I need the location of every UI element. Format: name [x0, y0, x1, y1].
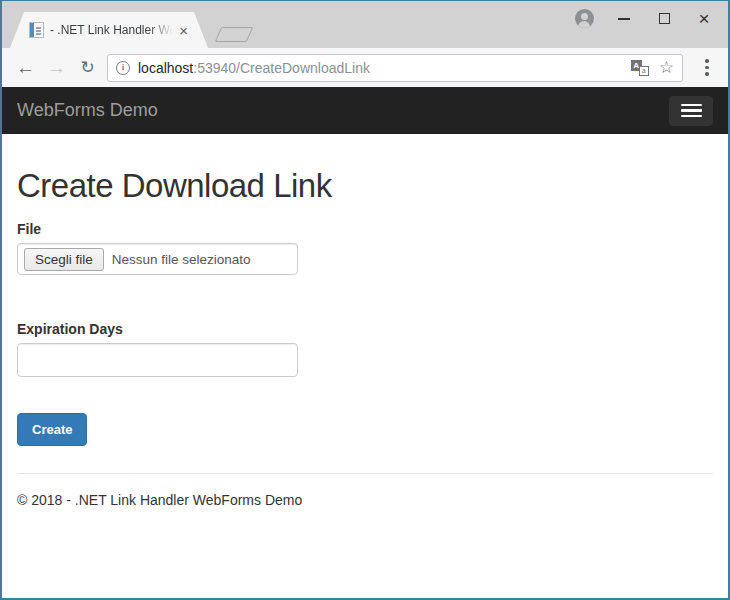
navbar-toggle-button[interactable]: [669, 96, 713, 126]
close-icon: ×: [698, 9, 709, 28]
back-icon[interactable]: ←: [10, 58, 41, 77]
file-input[interactable]: Scegli file Nessun file selezionato: [17, 243, 298, 275]
profile-button[interactable]: [564, 5, 604, 32]
footer-divider: [17, 473, 713, 474]
file-status-text: Nessun file selezionato: [112, 252, 251, 267]
maximize-icon: [659, 13, 670, 24]
profile-avatar-icon: [575, 9, 594, 28]
tab-favicon-icon: [29, 22, 44, 38]
browser-toolbar: ← → ↻ i localhost:53940/CreateDownloadLi…: [2, 48, 728, 87]
browser-menu-icon[interactable]: [694, 59, 720, 76]
url-host: localhost: [138, 60, 193, 76]
page-title: Create Download Link: [17, 167, 713, 205]
translate-icon[interactable]: Aa: [631, 60, 649, 76]
reload-icon[interactable]: ↻: [72, 59, 103, 76]
page-info-icon[interactable]: i: [116, 61, 130, 75]
choose-file-button[interactable]: Scegli file: [24, 248, 104, 271]
expiration-days-label: Expiration Days: [17, 321, 713, 337]
address-bar[interactable]: i localhost:53940/CreateDownloadLink Aa …: [107, 54, 683, 82]
file-label: File: [17, 221, 713, 237]
title-bar: - .NET Link Handler WebF × ×: [2, 1, 728, 48]
site-navbar: WebForms Demo: [2, 87, 728, 134]
forward-icon[interactable]: →: [41, 58, 72, 77]
minimize-icon: [618, 18, 630, 20]
browser-tab[interactable]: - .NET Link Handler WebF ×: [10, 12, 208, 48]
footer-copyright: © 2018 - .NET Link Handler WebForms Demo: [17, 492, 713, 538]
url-path: :53940/CreateDownloadLink: [193, 60, 370, 76]
new-tab-button[interactable]: [215, 27, 254, 42]
browser-window: - .NET Link Handler WebF × × ← → ↻ i loc…: [0, 0, 730, 600]
url-text[interactable]: localhost:53940/CreateDownloadLink: [138, 60, 631, 76]
hamburger-icon: [681, 104, 702, 107]
tab-title: - .NET Link Handler WebF: [50, 23, 173, 37]
maximize-button[interactable]: [644, 5, 684, 32]
tab-close-icon[interactable]: ×: [179, 23, 188, 38]
close-button[interactable]: ×: [684, 5, 724, 32]
bookmark-star-icon[interactable]: ☆: [659, 59, 674, 76]
window-controls: ×: [564, 5, 724, 32]
page-content: Create Download Link File Scegli file Ne…: [2, 167, 728, 538]
minimize-button[interactable]: [604, 5, 644, 32]
create-button[interactable]: Create: [17, 413, 87, 446]
navbar-brand[interactable]: WebForms Demo: [17, 100, 158, 121]
expiration-days-field[interactable]: [17, 343, 298, 377]
